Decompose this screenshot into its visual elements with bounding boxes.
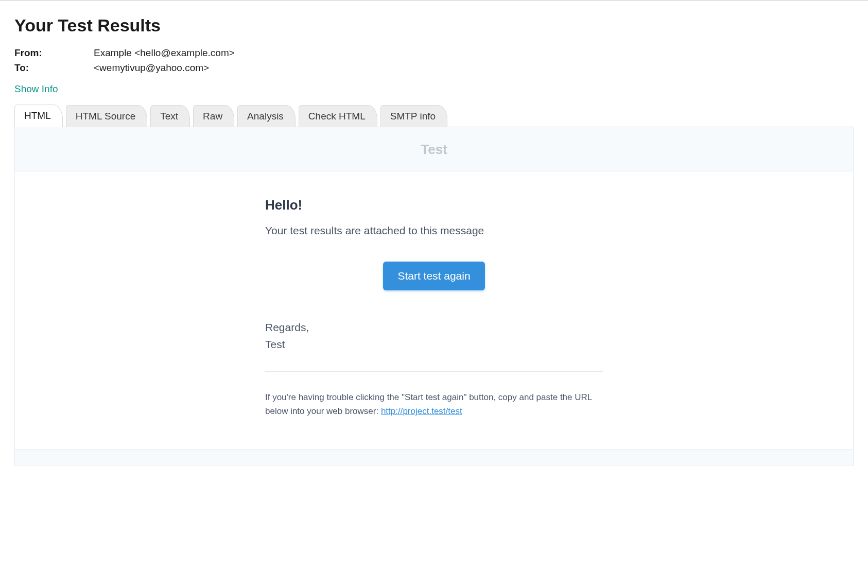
start-test-again-button[interactable]: Start test again — [383, 262, 484, 290]
email-meta: From: Example <hello@example.com> To: <w… — [14, 46, 854, 75]
tab-html-source[interactable]: HTML Source — [66, 105, 148, 127]
cta-wrap: Start test again — [265, 262, 603, 290]
email-body-wrap: Hello! Your test results are attached to… — [15, 171, 853, 449]
trouble-text: If you're having trouble clicking the "S… — [265, 390, 603, 418]
tab-raw[interactable]: Raw — [193, 105, 234, 127]
signoff-regards: Regards, — [265, 321, 309, 333]
email-header: Test — [15, 127, 853, 171]
meta-to-label: To: — [14, 61, 94, 76]
tab-smtp-info[interactable]: SMTP info — [380, 105, 447, 127]
tab-html[interactable]: HTML — [14, 105, 63, 127]
meta-to-value: <wemytivup@yahoo.com> — [94, 61, 209, 76]
page-title: Your Test Results — [14, 15, 854, 36]
email-body: Hello! Your test results are attached to… — [249, 197, 619, 418]
meta-from-value: Example <hello@example.com> — [94, 46, 235, 61]
show-info-link[interactable]: Show Info — [14, 83, 58, 95]
tab-analysis[interactable]: Analysis — [237, 105, 296, 127]
meta-from-row: From: Example <hello@example.com> — [14, 46, 854, 61]
email-signoff: Regards, Test — [265, 319, 603, 353]
signoff-name: Test — [265, 338, 285, 350]
email-preview: Test Hello! Your test results are attach… — [14, 127, 854, 465]
email-greeting: Hello! — [265, 197, 603, 213]
email-intro: Your test results are attached to this m… — [265, 224, 603, 237]
tab-check-html[interactable]: Check HTML — [299, 105, 377, 127]
meta-to-row: To: <wemytivup@yahoo.com> — [14, 61, 854, 76]
tabs-row: HTML HTML Source Text Raw Analysis Check… — [14, 104, 854, 127]
tab-text[interactable]: Text — [150, 105, 190, 127]
divider — [265, 371, 603, 372]
meta-from-label: From: — [14, 46, 94, 61]
trouble-link[interactable]: http://project.test/test — [381, 406, 462, 416]
email-footer-space — [15, 449, 853, 465]
email-header-title: Test — [421, 142, 447, 157]
